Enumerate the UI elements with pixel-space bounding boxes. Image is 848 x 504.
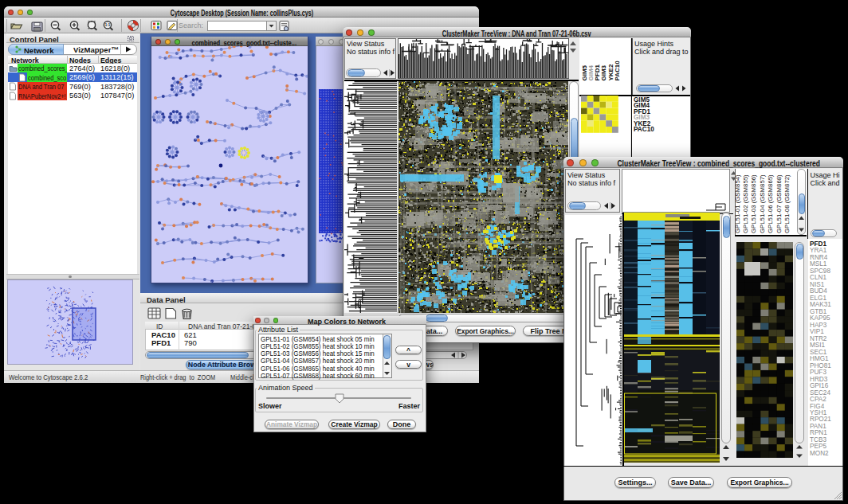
svg-text:GPL51-06 (GSM865): GPL51-06 (GSM865) bbox=[767, 174, 774, 233]
svg-text:GPL51-03 (GSM856): GPL51-03 (GSM856) bbox=[750, 174, 757, 233]
svg-text:Search:: Search: bbox=[179, 21, 203, 29]
svg-text:GPL51-01 (GSM854): GPL51-01 (GSM854) bbox=[735, 174, 741, 233]
svg-text:GPL51-04 (GSM857): GPL51-04 (GSM857) bbox=[759, 174, 766, 233]
svg-text:1:1: 1:1 bbox=[105, 23, 111, 27]
svg-text:GPL51-02 (GSM855): GPL51-02 (GSM855) bbox=[742, 174, 749, 233]
svg-text:GPL51-07 (GSM868): GPL51-07 (GSM868) bbox=[775, 174, 783, 233]
svg-text:PAC10: PAC10 bbox=[614, 61, 621, 81]
svg-text:GPL51-08 (GSM872): GPL51-08 (GSM872) bbox=[783, 174, 791, 233]
